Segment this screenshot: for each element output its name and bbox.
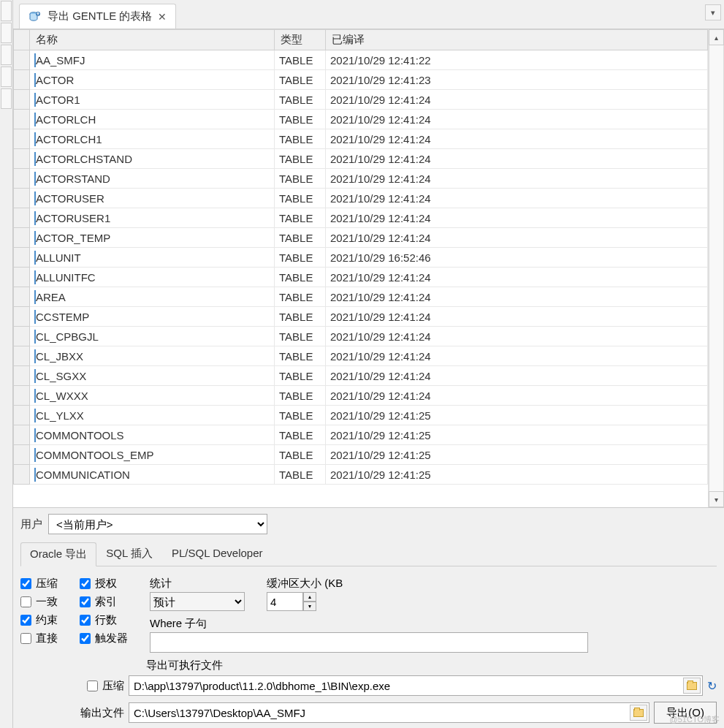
row-header[interactable] [14,268,30,287]
checkbox-index[interactable] [80,596,91,607]
checkbox-trigger[interactable] [80,633,91,644]
where-input[interactable] [150,632,588,653]
tab-oracle-export[interactable]: Oracle 导出 [20,542,96,566]
table-row[interactable]: AA_SMFJ TABLE 2021/10/29 12:41:22 [14,50,708,70]
table-row[interactable]: ACTORUSER TABLE 2021/10/29 12:41:24 [14,189,708,208]
user-dropdown[interactable]: <当前用户> [48,514,267,534]
vertical-scrollbar[interactable]: ▴ ▾ [708,29,724,507]
tab-plsql-developer[interactable]: PL/SQL Developer [162,542,273,566]
scroll-up-icon[interactable]: ▴ [709,29,724,45]
row-header[interactable] [14,70,30,90]
table-row[interactable]: ACTOR1 TABLE 2021/10/29 12:41:24 [14,90,708,110]
tab-title: 导出 GENTLE 的表格 [47,10,152,23]
output-path-input[interactable] [129,707,630,719]
toolstrip-button[interactable] [1,88,12,109]
checkbox-compress[interactable] [20,578,31,589]
table-row[interactable]: ACTORLCH1 TABLE 2021/10/29 12:41:24 [14,129,708,149]
table-icon [34,349,36,363]
tabbar-chevron-down-icon[interactable]: ▾ [705,4,721,20]
table-icon [34,428,36,442]
table-row[interactable]: CL_WXXX TABLE 2021/10/29 12:41:24 [14,386,708,406]
cell-type: TABLE [275,327,326,346]
toolstrip-button[interactable] [1,45,12,65]
table-row[interactable]: CL_SGXX TABLE 2021/10/29 12:41:24 [14,366,708,386]
row-header[interactable] [14,169,30,189]
row-header[interactable] [14,248,30,268]
row-header[interactable] [14,346,30,366]
toolstrip-button[interactable] [1,23,12,43]
cell-type: TABLE [275,169,326,189]
checkbox-constraint[interactable] [20,615,31,626]
table-row[interactable]: COMMUNICATION TABLE 2021/10/29 12:41:25 [14,465,708,485]
row-header[interactable] [14,327,30,346]
row-header[interactable] [14,287,30,307]
buffer-label: 缓冲区大小 (KB [267,577,343,591]
table-row[interactable]: ACTORUSER1 TABLE 2021/10/29 12:41:24 [14,208,708,228]
checkbox-grant[interactable] [80,578,91,589]
row-header[interactable] [14,366,30,386]
row-header[interactable] [14,425,30,445]
row-header[interactable] [14,129,30,149]
table-row[interactable]: CCSTEMP TABLE 2021/10/29 12:41:24 [14,307,708,327]
table-icon [34,152,36,166]
table-row[interactable]: ACTORLCH TABLE 2021/10/29 12:41:24 [14,110,708,129]
row-header[interactable] [14,189,30,208]
checkbox-direct[interactable] [20,633,31,644]
table-row[interactable]: COMMONTOOLS TABLE 2021/10/29 12:41:25 [14,425,708,445]
table-row[interactable]: COMMONTOOLS_EMP TABLE 2021/10/29 12:41:2… [14,445,708,465]
browse-output-button[interactable] [630,705,647,721]
row-header[interactable] [14,307,30,327]
column-header-type[interactable]: 类型 [275,30,326,50]
stats-label: 统计 [150,577,245,591]
row-header[interactable] [14,208,30,228]
table-row[interactable]: ACTOR_TEMP TABLE 2021/10/29 12:41:24 [14,228,708,248]
checkbox-rows[interactable] [80,615,91,626]
buffer-input[interactable] [267,592,303,611]
stats-dropdown[interactable]: 预计 [150,592,245,611]
table-icon [34,93,36,107]
table-row[interactable]: ACTORLCHSTAND TABLE 2021/10/29 12:41:24 [14,149,708,169]
row-header[interactable] [14,110,30,129]
table-row[interactable]: ACTORSTAND TABLE 2021/10/29 12:41:24 [14,169,708,189]
toolstrip-button[interactable] [1,1,12,21]
row-header[interactable] [14,406,30,425]
checkbox-consistent[interactable] [20,596,31,607]
row-header[interactable] [14,50,30,70]
exec-path-input[interactable] [129,680,683,692]
tab-sql-insert[interactable]: SQL 插入 [96,542,162,566]
toolstrip-button[interactable] [1,67,12,87]
spinner-up-icon[interactable]: ▴ [303,592,316,602]
watermark: @51CTO博客 [670,714,720,725]
scroll-track[interactable] [709,45,724,491]
close-icon[interactable]: ✕ [158,11,167,23]
column-header-name[interactable]: 名称 [30,30,275,50]
table-row[interactable]: ACTOR TABLE 2021/10/29 12:41:23 [14,70,708,90]
cell-name: COMMONTOOLS_EMP [30,445,275,465]
table-row[interactable]: ALLUNIT TABLE 2021/10/29 16:52:46 [14,248,708,268]
row-header[interactable] [14,149,30,169]
table-row[interactable]: CL_YLXX TABLE 2021/10/29 12:41:25 [14,406,708,425]
cell-name: COMMONTOOLS [30,425,275,445]
row-header[interactable] [14,228,30,248]
row-header-corner[interactable] [14,30,30,50]
spinner-down-icon[interactable]: ▾ [303,602,316,611]
table-row[interactable]: CL_CPBGJL TABLE 2021/10/29 12:41:24 [14,327,708,346]
tab-export-tables[interactable]: 导出 GENTLE 的表格 ✕ [19,4,176,29]
left-toolbar [0,0,13,728]
table-row[interactable]: AREA TABLE 2021/10/29 12:41:24 [14,287,708,307]
scroll-down-icon[interactable]: ▾ [709,491,724,507]
refresh-icon[interactable]: ↻ [707,679,717,693]
column-header-compiled[interactable]: 已编译 [326,30,708,50]
browse-exec-button[interactable] [683,678,701,694]
checkbox-exec-compress[interactable] [87,680,98,691]
table-row[interactable]: ALLUNITFC TABLE 2021/10/29 12:41:24 [14,268,708,287]
cell-type: TABLE [275,248,326,268]
row-header[interactable] [14,90,30,110]
table-row[interactable]: CL_JBXX TABLE 2021/10/29 12:41:24 [14,346,708,366]
cell-name: COMMUNICATION [30,465,275,485]
row-header[interactable] [14,465,30,485]
row-header[interactable] [14,445,30,465]
table-icon [34,468,36,482]
row-header[interactable] [14,386,30,406]
cell-compiled: 2021/10/29 12:41:24 [326,346,708,366]
